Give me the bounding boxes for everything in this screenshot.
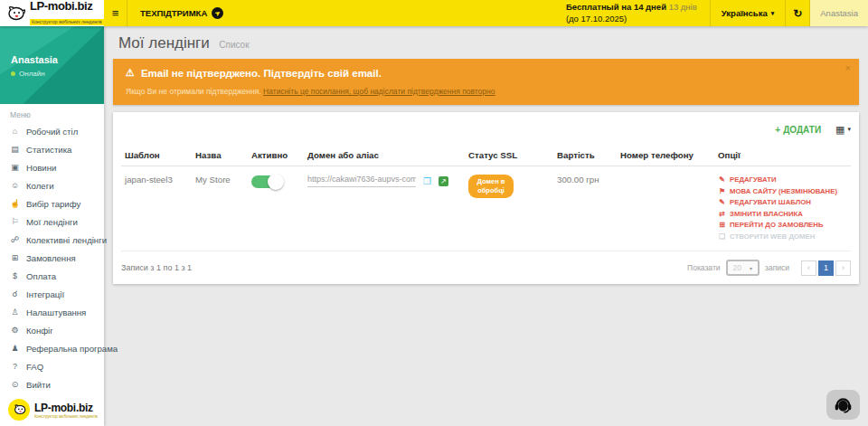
- trial-info: Бесплатный на 14 дней 13 днів (до 17.10.…: [566, 2, 710, 24]
- landings-icon: ⚐: [10, 217, 20, 226]
- add-button[interactable]: + ДОДАТИ: [775, 125, 821, 135]
- edit-icon: ✎: [718, 175, 726, 186]
- column-header-price: Вартість: [553, 144, 617, 166]
- sidebar-item-logout[interactable]: ⊙ Вийти: [0, 375, 104, 393]
- records-info: Записи з 1 по 1 з 1: [121, 263, 192, 272]
- column-header-name: Назва: [192, 144, 248, 166]
- dog-mascot-icon: [8, 399, 30, 421]
- support-chat-widget[interactable]: [826, 390, 860, 420]
- sidebar-item-label: Вийти: [26, 380, 51, 390]
- sidebar-item-label: Робочий стіл: [26, 127, 78, 137]
- option-change-owner[interactable]: ⇄ ЗМІНИТИ ВЛАСНИКА: [718, 209, 847, 221]
- warning-icon: ⚠: [126, 67, 135, 79]
- table-footer: Записи з 1 по 1 з 1 Показати 20 ▾ записи…: [121, 251, 851, 276]
- headset-icon: [834, 396, 853, 413]
- sidebar-footer-logo[interactable]: LP-mobi.biz Конструктор мобільних лендин…: [8, 399, 98, 421]
- sidebar-item-faq[interactable]: ? FAQ: [0, 357, 104, 375]
- sidebar-item-statistics[interactable]: ▤ Статистика: [0, 140, 104, 158]
- footer-brand-title: LP-mobi.biz: [34, 402, 93, 414]
- language-selector[interactable]: Українська ▾: [710, 0, 785, 26]
- external-link-icon[interactable]: ↗: [439, 176, 448, 186]
- view-options-button[interactable]: ▦ ▾: [835, 124, 851, 136]
- topbar-right: ≡ ТЕХПІДТРИМКА ➤ Бесплатный на 14 дней 1…: [104, 0, 868, 26]
- sidebar-item-config[interactable]: ⚙ Конфіг: [0, 321, 104, 339]
- news-icon: ▣: [10, 163, 20, 172]
- next-page-button[interactable]: ›: [835, 260, 851, 276]
- exchange-icon: ⇄: [718, 209, 726, 221]
- ssl-status-badge: Домен в обробці: [468, 175, 514, 198]
- sidebar-item-label: Інтеграції: [26, 289, 64, 299]
- sidebar-item-my-landings[interactable]: ⚐ Мої лендінги: [0, 213, 104, 231]
- plus-icon: +: [775, 125, 780, 135]
- sidebar-item-news[interactable]: ▣ Новини: [0, 158, 104, 176]
- sidebar-item-desktop[interactable]: ⌂ Робочий стіл: [0, 122, 104, 140]
- sidebar-item-label: Вибір тарифу: [26, 199, 80, 209]
- sidebar-item-payment[interactable]: $ Оплата: [0, 267, 104, 285]
- sidebar-item-orders[interactable]: ⊞ Замовлення: [0, 249, 104, 267]
- sidebar-item-integrations[interactable]: ☌ Інтеграції: [0, 285, 104, 303]
- username-label: Anastasia: [820, 8, 858, 18]
- option-edit-template[interactable]: ✎ РЕДАГУВАТИ ШАБЛОН: [718, 197, 847, 209]
- column-header-domain: Домен або аліас: [304, 144, 465, 166]
- online-status-label: Онлайн: [19, 70, 45, 78]
- active-toggle[interactable]: [251, 175, 282, 188]
- sidebar-item-label: Оплата: [26, 271, 56, 281]
- pagination: Показати 20 ▾ записи ‹ 1 ›: [687, 260, 851, 276]
- support-button[interactable]: ТЕХПІДТРИМКА ➤: [127, 0, 236, 26]
- sidebar-item-settings[interactable]: ♙ Налаштування: [0, 303, 104, 321]
- column-header-options: Опції: [714, 144, 851, 166]
- option-site-language[interactable]: ⚑ МОВА САЙТУ (НЕЗМІНЮВАНЕ): [718, 186, 847, 198]
- trial-until: (до 17.10.2025): [566, 14, 697, 24]
- prev-page-button[interactable]: ‹: [801, 260, 816, 276]
- cell-template: japan-steel3: [121, 166, 192, 251]
- share-icon: ☍: [10, 235, 20, 244]
- resend-confirmation-link[interactable]: Натисніть це посилання, щоб надіслати пі…: [263, 87, 495, 96]
- sidebar-toggle-button[interactable]: ≡: [104, 0, 127, 26]
- copy-icon[interactable]: ❐: [423, 176, 431, 186]
- sidebar-item-referral[interactable]: ♟ Реферальна програма: [0, 339, 104, 357]
- sidebar-item-label: Колективні лендінги: [26, 235, 107, 245]
- referral-icon: ♟: [10, 344, 20, 353]
- tariff-icon: ☝: [10, 199, 20, 208]
- show-label: Показати: [687, 263, 720, 272]
- option-edit[interactable]: ✎ РЕДАГУВАТИ: [718, 175, 847, 186]
- current-page-button[interactable]: 1: [818, 260, 834, 276]
- page-size-select[interactable]: 20 ▾: [726, 260, 760, 276]
- table-toolbar: + ДОДАТИ ▦ ▾: [121, 118, 851, 141]
- refresh-button[interactable]: ↻: [785, 0, 809, 26]
- records-label: записи: [765, 263, 789, 272]
- option-go-to-orders[interactable]: ⊞ ПЕРЕЙТИ ДО ЗАМОВЛЕНЬ: [718, 220, 847, 232]
- cell-phone: [617, 166, 714, 251]
- dollar-icon: $: [10, 271, 20, 280]
- main-content: Мої лендінги Список ⚠ Email не підтвердж…: [104, 26, 868, 426]
- sidebar-item-label: Новини: [26, 163, 56, 173]
- grid-icon: ▦: [835, 124, 844, 136]
- page-title: Мої лендінги: [118, 34, 210, 52]
- chevron-down-icon: ▾: [771, 10, 775, 17]
- user-menu[interactable]: Anastasia: [809, 0, 868, 26]
- close-icon[interactable]: ×: [845, 62, 851, 73]
- menu-section-label: Меню: [0, 104, 104, 122]
- column-header-active: Активно: [248, 144, 304, 166]
- cart-icon: ⊞: [718, 220, 726, 232]
- profile-icon: ♙: [10, 308, 20, 317]
- sidebar-item-label: Замовлення: [26, 253, 76, 263]
- email-warning-banner: ⚠ Email не підтверджено. Підтвердіть сві…: [113, 59, 859, 105]
- hamburger-icon: ≡: [112, 6, 119, 20]
- colleagues-icon: ☺: [10, 181, 20, 190]
- app-logo[interactable]: LP-mobi.biz Конструктор мобільних лендин…: [0, 0, 104, 26]
- sidebar-item-collective-landings[interactable]: ☍ Колективні лендінги: [0, 231, 104, 249]
- sidebar-item-tariff[interactable]: ☝ Вибір тарифу: [0, 194, 104, 213]
- page-subtitle: Список: [219, 40, 249, 50]
- page-header: Мої лендінги Список: [104, 26, 868, 57]
- stats-icon: ▤: [10, 145, 20, 154]
- sidebar-item-colleagues[interactable]: ☺ Колеги: [0, 176, 104, 194]
- column-header-phone: Номер телефону: [617, 144, 714, 166]
- row-options: ✎ РЕДАГУВАТИ ⚑ МОВА САЙТУ (НЕЗМІНЮВАНЕ) …: [718, 175, 847, 242]
- sidebar-menu: ⌂ Робочий стіл ▤ Статистика ▣ Новини ☺ К…: [0, 122, 104, 393]
- domain-input[interactable]: https://cakawi7636-aupvs-com-42: [307, 175, 416, 187]
- topbar: LP-mobi.biz Конструктор мобільних лендин…: [0, 0, 868, 26]
- footer-brand-subtitle: Конструктор мобільних лендингів: [34, 415, 98, 420]
- trial-days-left: 13 днів: [669, 2, 697, 12]
- sidebar-username: Anastasia: [11, 54, 58, 65]
